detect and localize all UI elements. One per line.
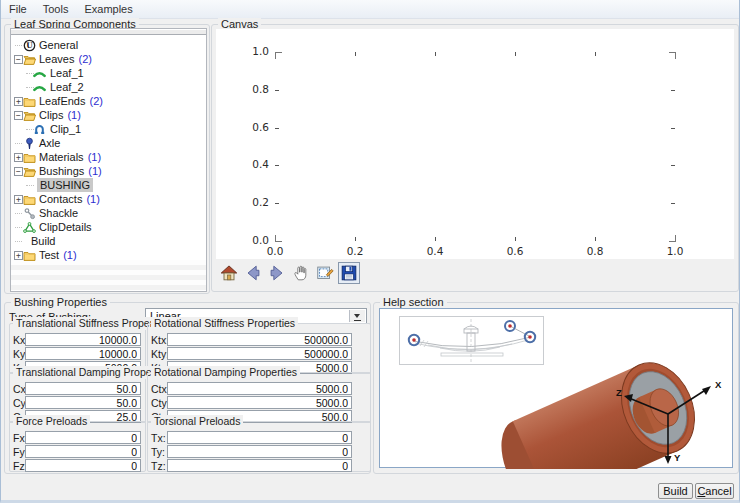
- folder-open-icon: [23, 165, 36, 178]
- field-input-tx[interactable]: [167, 431, 352, 444]
- tree-item-shackle[interactable]: Shackle: [12, 206, 205, 220]
- toolbar-save-button[interactable]: [338, 262, 360, 284]
- toolbar-pan-button[interactable]: [290, 262, 312, 284]
- expand-toggle[interactable]: +: [14, 195, 23, 204]
- x-tick-top: [435, 52, 436, 56]
- tree-item-clip_1[interactable]: Clip_1: [12, 122, 205, 136]
- tree-item-label: Leaf_1: [50, 66, 84, 80]
- x-tick-top: [515, 52, 516, 56]
- tree-header[interactable]: [11, 29, 206, 35]
- x-tick-top: [355, 52, 356, 56]
- menu-tools[interactable]: Tools: [35, 2, 77, 16]
- field-label-tz: Tz:: [151, 460, 166, 472]
- menu-bar: FileToolsExamples: [1, 0, 739, 19]
- tree-item-axle[interactable]: Axle: [12, 136, 205, 150]
- group-force-preloads: Force PreloadsFx:Fy:Fz:: [9, 421, 146, 472]
- cancel-button[interactable]: Cancel: [695, 483, 734, 499]
- field-input-fy[interactable]: [25, 445, 141, 458]
- field-input-kty[interactable]: [167, 347, 352, 360]
- folder-icon: [23, 151, 36, 164]
- tree-item-label: Build: [31, 234, 55, 248]
- field-input-fx[interactable]: [25, 431, 141, 444]
- build-button[interactable]: Build: [658, 483, 693, 499]
- tree-item-bushings[interactable]: −Bushings(1): [12, 164, 205, 178]
- clip-icon: [33, 123, 46, 136]
- expand-toggle[interactable]: +: [14, 153, 23, 162]
- folder-icon: [23, 95, 36, 108]
- tree-item-leaf_1[interactable]: Leaf_1: [12, 66, 205, 80]
- collapse-toggle[interactable]: −: [14, 111, 23, 120]
- tree-item-general[interactable]: UGeneral: [12, 38, 205, 52]
- toolbar-forward-button[interactable]: [266, 262, 288, 284]
- x-tick-bottom: [355, 237, 356, 241]
- folder-open-icon: [23, 109, 36, 122]
- field-input-ky[interactable]: [25, 347, 141, 360]
- tree-item-label: LeafEnds(2): [39, 94, 103, 108]
- tree-item-leaves[interactable]: −Leaves(2): [12, 52, 205, 66]
- menu-file[interactable]: File: [1, 2, 35, 16]
- expand-toggle[interactable]: +: [14, 251, 23, 260]
- group-title: Rotational Stiffness Properties: [151, 317, 298, 330]
- expand-toggle[interactable]: +: [14, 97, 23, 106]
- bushing-eye-shackle-top: [505, 321, 515, 331]
- field-input-ktx[interactable]: [167, 333, 352, 346]
- tree-item-label: Contacts(1): [39, 192, 100, 206]
- tree-item-contacts[interactable]: +Contacts(1): [12, 192, 205, 206]
- x-tick-bottom: [595, 237, 596, 241]
- collapse-toggle[interactable]: −: [14, 167, 23, 176]
- tree-item-label: Leaves(2): [39, 52, 92, 66]
- menu-examples[interactable]: Examples: [76, 2, 140, 16]
- corner-bottom-left: [275, 235, 282, 242]
- tree-item-materials[interactable]: +Materials(1): [12, 150, 205, 164]
- tree-item-count: (1): [63, 249, 76, 261]
- field-input-fz[interactable]: [25, 459, 141, 472]
- plot-toolbar: [218, 262, 360, 286]
- field-input-cx[interactable]: [25, 382, 141, 395]
- toolbar-back-button[interactable]: [242, 262, 264, 284]
- field-input-tz[interactable]: [167, 459, 352, 472]
- field-label-tx: Tx:: [151, 432, 166, 444]
- folder-icon: [23, 193, 36, 206]
- plot-canvas[interactable]: 0.00.20.40.60.81.00.00.20.40.60.81.0: [216, 29, 734, 259]
- tree-item-label: Shackle: [39, 206, 78, 220]
- y-tick-left: [275, 128, 279, 129]
- component-tree[interactable]: UGeneral−Leaves(2)Leaf_1Leaf_2+LeafEnds(…: [10, 28, 207, 292]
- clipdetails-icon: [23, 221, 36, 234]
- group-title: Torsional Preloads: [151, 415, 243, 428]
- field-input-cy[interactable]: [25, 396, 141, 409]
- tree-item-label: Bushings(1): [39, 164, 102, 178]
- toolbar-home-button[interactable]: [218, 262, 240, 284]
- help-illustration-panel: X Z Y: [379, 308, 733, 468]
- field-input-ctx[interactable]: [167, 382, 352, 395]
- tree-item-leafends[interactable]: +LeafEnds(2): [12, 94, 205, 108]
- tree-item-clips[interactable]: −Clips(1): [12, 108, 205, 122]
- x-tick-label: 0.2: [340, 245, 370, 257]
- x-axis-arrowhead: [702, 386, 711, 395]
- tree-item-label: General: [39, 38, 78, 52]
- z-axis-label: Z: [616, 387, 622, 398]
- field-input-cty[interactable]: [167, 396, 352, 409]
- y-tick-right: [671, 165, 675, 166]
- combo-dropdown-button[interactable]: [349, 310, 365, 322]
- x-tick-label: 0.8: [580, 245, 610, 257]
- leaf-spring-drawing: [399, 316, 544, 365]
- help-groupbox: Help section: [373, 302, 739, 474]
- tree-empty-stripes: [11, 260, 206, 290]
- tree-item-label: Materials(1): [39, 150, 101, 164]
- collapse-toggle[interactable]: −: [14, 55, 23, 64]
- leaf-icon: [33, 67, 46, 80]
- tree-item-clipdetails[interactable]: ClipDetails: [12, 220, 205, 234]
- tree-item-test[interactable]: +Test(1): [12, 248, 205, 262]
- tree-item-leaf_2[interactable]: Leaf_2: [12, 80, 205, 94]
- y-tick-label: 0.2: [243, 196, 269, 210]
- toolbar-zoom-rect-button[interactable]: [314, 262, 336, 284]
- corner-bottom-right: [669, 235, 676, 242]
- tree-groupbox: Leaf Spring Components UGeneral−Leaves(2…: [4, 24, 210, 294]
- field-input-ty[interactable]: [167, 445, 352, 458]
- tree-item-bushing[interactable]: BUSHING: [12, 178, 205, 192]
- y-tick-left: [275, 165, 279, 166]
- svg-text:U: U: [26, 41, 33, 50]
- tree-item-build[interactable]: Build: [12, 234, 205, 248]
- tree-item-count: (1): [88, 165, 101, 177]
- field-input-kx[interactable]: [25, 333, 141, 346]
